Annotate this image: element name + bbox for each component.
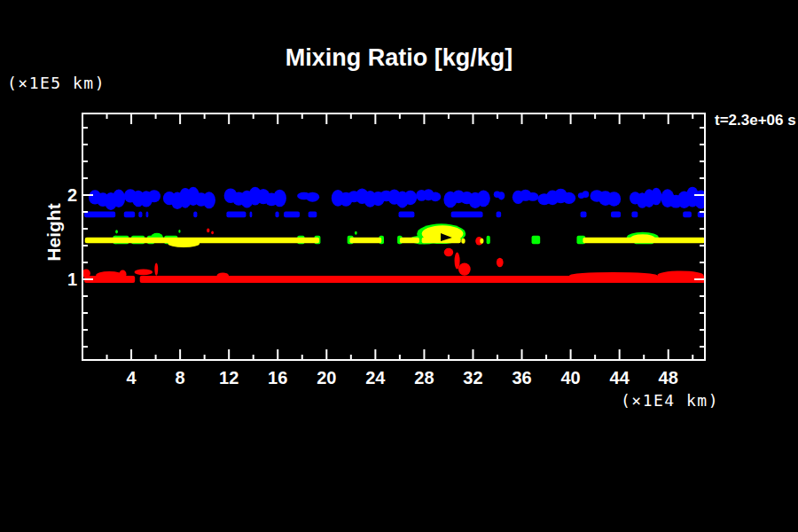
blue-cloud-line: [631, 212, 638, 218]
blue-cloud-blob: [562, 192, 575, 204]
x-tick-label: 8: [176, 368, 185, 387]
x-tick-label: 20: [317, 368, 336, 387]
yellow-cloud-band: [400, 238, 419, 243]
blue-cloud-blob: [430, 192, 441, 202]
x-tick-label: 28: [414, 368, 434, 387]
chart-title: Mixing Ratio [kg/kg]: [286, 44, 513, 71]
blue-cloud-blob: [527, 192, 538, 201]
x-tick-label: 32: [463, 368, 482, 387]
red-cloud-blob: [211, 231, 214, 234]
red-cloud-blob: [569, 272, 657, 279]
blue-cloud-line: [275, 212, 278, 218]
red-cloud-blob: [444, 248, 453, 257]
blue-cloud-blob: [404, 191, 418, 206]
blue-cloud-blob: [477, 191, 490, 207]
red-cloud-blob: [96, 271, 122, 279]
x-tick-label: 24: [365, 368, 386, 387]
yellow-cloud-blob: [480, 239, 483, 244]
x-tick-label: 16: [268, 368, 287, 387]
y-tick-label: 2: [67, 185, 77, 205]
blue-cloud-blob: [203, 192, 215, 208]
red-cloud-blob: [119, 270, 126, 279]
x-tick-label: 40: [560, 368, 580, 387]
blue-cloud-blob: [306, 192, 319, 202]
yellow-cloud-blob: [461, 239, 465, 244]
red-cloud-blob: [458, 262, 471, 275]
yellow-cloud-band: [85, 238, 319, 243]
red-cloud-blob: [657, 271, 703, 280]
x-tick-label: 48: [659, 368, 678, 387]
blue-cloud-line: [138, 212, 142, 218]
green-fringe-segment: [487, 236, 490, 245]
yellow-cloud-blob: [630, 234, 655, 242]
blue-cloud-line: [451, 212, 483, 218]
x-tick-label: 12: [219, 368, 239, 387]
red-cloud-blob: [216, 272, 229, 279]
y-tick-label: 1: [67, 270, 77, 289]
blue-cloud-line: [284, 212, 300, 218]
red-cloud-blob: [135, 270, 153, 276]
blue-cloud-line: [146, 212, 149, 218]
green-fringe-blob: [355, 231, 357, 235]
x-tick-label: 36: [512, 368, 531, 387]
blue-cloud-line: [226, 212, 246, 218]
x-tick-label: 44: [610, 368, 630, 387]
mixing-ratio-chart: Mixing Ratio [kg/kg] (×1E5 km) t=2.3e+06…: [0, 0, 798, 532]
green-fringe-blob: [115, 230, 118, 233]
blue-cloud-blob: [148, 190, 160, 202]
time-annotation: t=2.3e+06 s: [715, 112, 796, 129]
y-axis-title: Height: [43, 203, 64, 261]
green-fringe-blob: [178, 230, 180, 233]
blue-cloud-blob: [498, 192, 505, 200]
x-tick-label: 4: [126, 368, 137, 387]
yellow-cloud-blob: [168, 239, 200, 247]
blue-cloud-line: [611, 212, 621, 218]
x-axis-unit-label: (×1E4 km): [621, 391, 719, 410]
blue-cloud-line: [250, 212, 253, 218]
axis-tick-labels: 481216202428323640444812: [67, 185, 678, 387]
plot-window: Mixing Ratio [kg/kg] (×1E5 km) t=2.3e+06…: [0, 0, 798, 532]
red-cloud-blob: [497, 258, 504, 267]
red-cloud-blob: [154, 262, 158, 275]
red-cloud-blob: [207, 229, 209, 233]
blue-cloud-line: [124, 212, 135, 218]
y-axis-unit-label: (×1E5 km): [7, 74, 106, 92]
blue-cloud-blob: [113, 189, 125, 207]
blue-cloud-line: [84, 212, 115, 218]
blue-cloud-blob: [273, 190, 286, 207]
green-fringe-segment: [532, 236, 541, 245]
chart-data-layers: [82, 187, 708, 283]
blue-cloud-line: [581, 212, 587, 218]
blue-cloud-line: [399, 212, 415, 218]
blue-cloud-line: [683, 212, 692, 218]
blue-cloud-line: [497, 212, 502, 218]
blue-cloud-line: [193, 212, 197, 218]
yellow-cloud-band: [349, 238, 381, 243]
blue-cloud-line: [309, 212, 317, 218]
blue-cloud-blob: [583, 191, 590, 198]
blue-cloud-blob: [651, 188, 662, 206]
blue-cloud-blob: [607, 192, 621, 207]
